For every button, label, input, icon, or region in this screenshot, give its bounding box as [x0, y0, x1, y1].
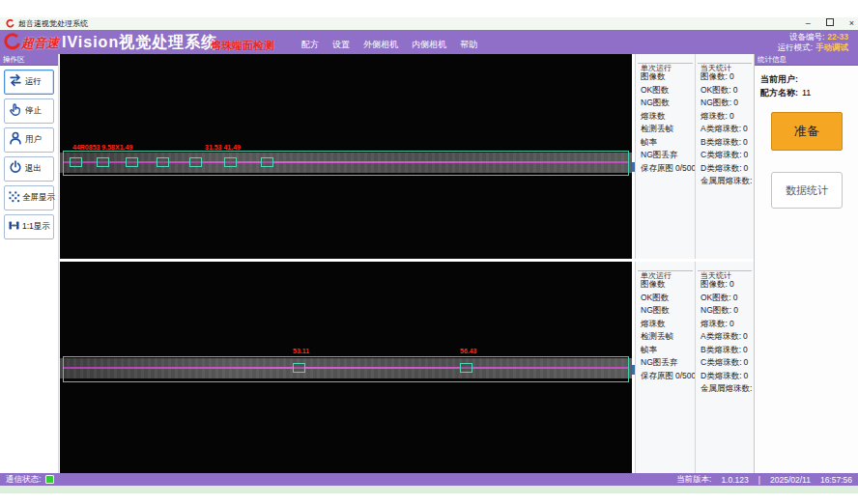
menu-outer-camera[interactable]: 外侧相机	[363, 39, 398, 51]
data-statistics-button[interactable]: 数据统计	[771, 172, 843, 209]
version-value: 1.0.123	[721, 475, 748, 485]
recipe-name-label: 配方名称:	[760, 88, 798, 98]
stat-row: C类熔珠数:0	[696, 149, 754, 162]
stat-row: NG图数	[636, 97, 695, 110]
fullscreen-button[interactable]: 全屏显示	[4, 185, 54, 210]
stat-label: NG图数:	[701, 98, 731, 107]
measurement-annotation: 31.53 41.49	[205, 144, 241, 151]
stat-value: 0	[729, 71, 734, 81]
menu-recipe[interactable]: 配方	[301, 39, 319, 51]
stat-label: 帧率	[641, 137, 657, 147]
stat-row: NG图数:0	[696, 304, 754, 318]
fullscreen-grid-icon	[8, 189, 20, 207]
exit-button[interactable]: 退出	[4, 156, 54, 182]
stat-label: 图像数	[641, 71, 666, 81]
run-button[interactable]: 运行	[4, 70, 54, 95]
stat-label: D类熔珠数:	[701, 163, 742, 173]
bead-bounding-box	[63, 356, 629, 382]
measurement-annotation: 56.43	[460, 348, 477, 354]
stat-label: NG图丢弃	[641, 150, 677, 159]
stat-row: A类熔珠数:0	[696, 330, 754, 344]
stat-row: NG图丢弃	[636, 149, 695, 162]
info-panel-title: 统计信息	[755, 54, 858, 66]
app-header: 超音速 IVision视觉处理系统 熔珠端面检测 配方 设置 外侧相机 内侧相机…	[0, 30, 858, 54]
detection-box	[126, 157, 138, 167]
stop-hand-icon	[8, 101, 23, 121]
user-button-label: 用户	[25, 134, 42, 146]
stat-label: 检测丢帧	[641, 124, 673, 133]
stat-row: 金属屑熔珠数:0	[696, 175, 754, 188]
stat-label: B类熔珠数:	[701, 345, 741, 354]
menu-settings[interactable]: 设置	[332, 39, 350, 51]
brand-swoosh-icon	[4, 33, 21, 54]
stat-row: C类熔珠数:0	[696, 356, 754, 370]
stat-row: A类熔珠数:0	[696, 123, 754, 136]
statistics-info-panel: 统计信息 当前用户: 配方名称:11 准备 数据统计	[754, 54, 858, 473]
detection-box	[97, 157, 109, 167]
today-stats-bottom: 当天统计 图像数:0 OK图数:0 NG图数:0 熔珠数:0 A类熔珠数:0 B…	[695, 262, 754, 473]
stat-label: NG图丢弃	[641, 357, 677, 367]
stat-row: 图像数:0	[696, 278, 754, 292]
stat-row: 熔珠数:0	[696, 318, 754, 331]
stat-value: 0	[733, 98, 738, 107]
stats-group-title: 当天统计	[699, 271, 733, 280]
stat-row: 检测丢帧	[636, 330, 695, 344]
app-window: 超音速视觉处理系统 – × 超音速 IVision视觉处理系统 熔珠端面检测 配…	[0, 0, 858, 504]
stat-value: 0	[743, 137, 748, 147]
stop-button[interactable]: 停止	[4, 98, 54, 124]
user-icon	[8, 130, 23, 150]
stat-label: OK图数	[641, 293, 669, 302]
user-button[interactable]: 用户	[4, 127, 54, 153]
status-bar: 通信状态: 当前版本: 1.0.123 | 2025/02/11 16:57:5…	[0, 473, 858, 486]
stat-label: 图像数	[641, 279, 666, 289]
stat-value: 0	[729, 319, 734, 328]
stat-label: 图像数:	[701, 279, 728, 289]
menu-help[interactable]: 帮助	[460, 39, 477, 51]
stat-label: 保存原图	[641, 371, 673, 380]
inner-camera-viewport[interactable]: 53.11 56.43	[60, 262, 632, 473]
detection-box	[157, 157, 169, 167]
stats-group-title: 当天统计	[699, 64, 733, 72]
status-time: 16:57:56	[820, 475, 852, 485]
ready-button[interactable]: 准备	[771, 112, 843, 151]
recipe-name-value: 11	[802, 88, 811, 98]
menu-inner-camera[interactable]: 内侧相机	[412, 39, 446, 51]
stat-label: 帧率	[641, 345, 657, 354]
run-cycle-icon	[8, 72, 23, 92]
detection-box	[224, 157, 237, 167]
run-button-label: 运行	[25, 76, 42, 88]
stat-value: 0	[744, 357, 749, 367]
today-stats-top: 当天统计 图像数:0 OK图数:0 NG图数:0 熔珠数:0 A类熔珠数:0 B…	[695, 54, 754, 259]
power-icon	[8, 159, 23, 179]
stat-label: OK图数:	[701, 293, 731, 302]
page-title: IVision视觉处理系统	[62, 33, 217, 53]
maximize-icon[interactable]	[826, 17, 834, 30]
run-mode-value: 手动调试	[815, 42, 848, 52]
detection-box	[460, 363, 472, 373]
stat-row: 熔珠数:0	[696, 110, 754, 124]
stat-row: NG图数:0	[696, 97, 754, 110]
detection-box	[261, 157, 273, 167]
close-icon[interactable]: ×	[849, 17, 854, 30]
single-run-stats-top: 单次运行 图像数 OK图数 NG图数 熔珠数 检测丢帧 帧率 NG图丢弃 保存原…	[635, 54, 695, 259]
one-to-one-button[interactable]: 1:1显示	[4, 214, 54, 239]
status-date: 2025/02/11	[770, 475, 811, 485]
device-info: 设备编号:22-33 运行模式:手动调试	[778, 32, 848, 53]
stat-label: 金属屑熔珠数:	[701, 176, 752, 185]
stat-row: NG图丢弃	[636, 356, 695, 370]
stat-value: 0	[729, 111, 734, 121]
measurement-annotation: 53.11	[293, 348, 309, 354]
stat-row: 帧率	[636, 344, 695, 357]
bead-center-line	[64, 161, 628, 163]
operation-sidebar: 操作区 运行 停止	[0, 54, 59, 473]
stat-row: 熔珠数	[636, 318, 695, 331]
device-id-value: 22-33	[827, 32, 848, 42]
stat-label: OK图数	[641, 85, 669, 95]
stat-label: NG图数	[641, 98, 670, 107]
outer-camera-viewport[interactable]: 44R0853 9.58X1.49 31.53 41.49	[60, 54, 632, 259]
page-subtitle: 熔珠端面检测	[211, 39, 274, 53]
stat-label: B类熔珠数:	[701, 137, 741, 147]
one-to-one-icon	[8, 218, 20, 236]
minimize-icon[interactable]: –	[806, 17, 811, 30]
stat-row: 金属屑熔珠数:0	[696, 382, 754, 396]
